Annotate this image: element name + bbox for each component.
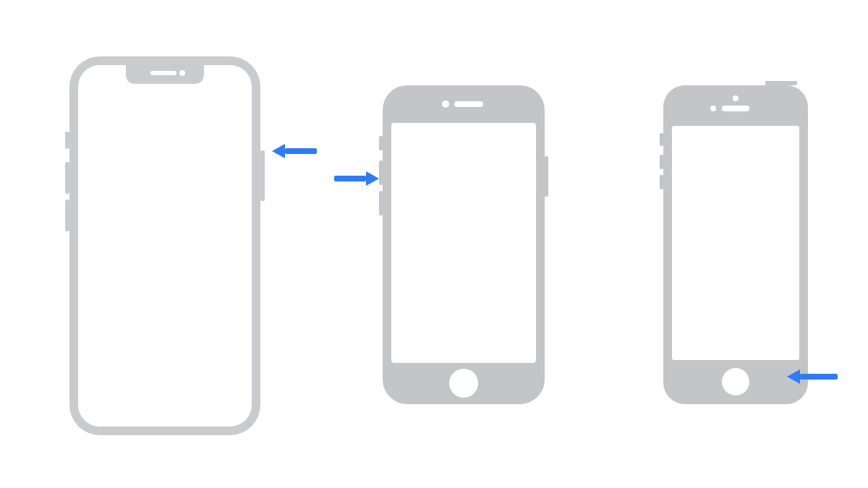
svg-rect-5 xyxy=(78,65,252,427)
svg-rect-24 xyxy=(722,106,749,111)
svg-rect-11 xyxy=(545,156,548,197)
svg-marker-27 xyxy=(272,144,285,158)
svg-rect-13 xyxy=(391,123,536,363)
svg-point-25 xyxy=(710,106,716,111)
svg-rect-17 xyxy=(765,81,797,85)
arrow-right-to-volume-button xyxy=(328,169,379,188)
svg-point-14 xyxy=(442,100,449,108)
svg-rect-3 xyxy=(260,150,265,201)
svg-rect-0 xyxy=(65,132,69,149)
svg-rect-28 xyxy=(285,148,317,154)
svg-rect-2 xyxy=(65,200,69,231)
svg-point-23 xyxy=(733,95,739,101)
svg-rect-20 xyxy=(660,175,663,189)
svg-point-26 xyxy=(722,368,749,395)
svg-rect-29 xyxy=(334,176,366,181)
arrow-left-to-side-button xyxy=(272,142,323,160)
svg-rect-10 xyxy=(379,191,383,215)
svg-rect-1 xyxy=(65,162,69,194)
svg-point-7 xyxy=(179,70,185,76)
svg-rect-18 xyxy=(660,133,663,146)
phone-modern-notch xyxy=(65,56,265,435)
svg-rect-9 xyxy=(379,160,383,185)
diagram-stage xyxy=(0,0,868,488)
svg-rect-22 xyxy=(672,126,799,360)
svg-point-16 xyxy=(449,369,478,398)
svg-rect-19 xyxy=(660,155,663,169)
phone-square-top-power xyxy=(660,81,812,404)
svg-rect-8 xyxy=(379,136,383,150)
svg-rect-15 xyxy=(454,101,483,107)
svg-marker-31 xyxy=(787,369,800,384)
svg-rect-6 xyxy=(150,71,176,75)
svg-marker-30 xyxy=(366,171,379,186)
svg-rect-32 xyxy=(800,374,838,380)
phone-rounded-home xyxy=(379,85,548,404)
arrow-left-to-home-button xyxy=(787,367,842,386)
